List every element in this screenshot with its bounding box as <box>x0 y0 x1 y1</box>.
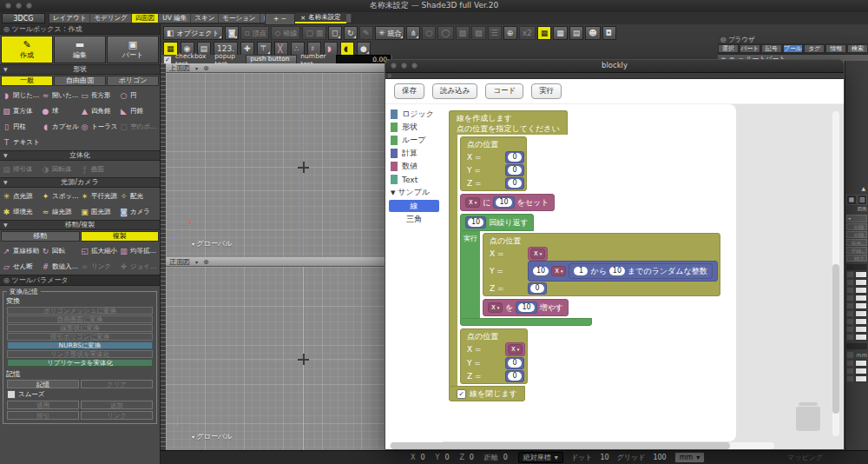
blockly-category[interactable]: ループ <box>385 134 443 147</box>
tool-button[interactable]: ▲ 四角錐 <box>80 103 119 118</box>
strip-field-row[interactable] <box>846 271 867 278</box>
smooth-button[interactable]: 追加 <box>81 401 153 409</box>
strip-field-row[interactable] <box>846 326 867 333</box>
blockly-category[interactable]: ロジック <box>385 108 443 121</box>
close-window-icon[interactable] <box>391 63 397 69</box>
ring-tool-button[interactable]: ◯ <box>437 26 453 40</box>
collapse-icon[interactable]: ▼ <box>3 65 8 74</box>
number-block[interactable]: 10 <box>516 302 536 314</box>
number-block[interactable]: 0 <box>528 282 547 295</box>
variable-block[interactable]: x▾ <box>505 342 525 356</box>
toolbox-header[interactable]: ◎ ツールボックス : 作成 <box>0 24 160 35</box>
convert-button[interactable]: リンク形状を実体化 <box>7 350 153 358</box>
tool-button[interactable]: T テキスト <box>2 135 41 149</box>
block-increment-variable[interactable]: x▾ を 10 増やす <box>483 299 569 316</box>
mode-button[interactable]: ▣ パート <box>107 36 159 63</box>
vertical-scrollbar[interactable] <box>832 111 839 436</box>
tool-button[interactable]: ▭ 長方形 <box>80 88 119 103</box>
strip-field-row[interactable] <box>846 318 867 325</box>
blockly-title-bar[interactable]: blockly <box>385 60 844 73</box>
browser-tab[interactable]: 情報 <box>825 44 846 53</box>
memory-button[interactable]: クリア <box>81 380 153 388</box>
blob-button[interactable]: ◖ <box>340 42 354 56</box>
palette-tab-icon[interactable]: ▦ <box>846 195 857 205</box>
number-block[interactable]: 0 <box>505 151 524 163</box>
dot-value[interactable]: 10 <box>600 454 608 461</box>
vertex-mode-button[interactable]: ▫ 頂点 <box>240 26 269 40</box>
sample-item[interactable]: 線 <box>389 200 439 212</box>
variable-dropdown[interactable]: x▾ <box>465 197 480 208</box>
move-copy-tab[interactable]: 複製 <box>81 231 160 242</box>
section-shape[interactable]: ▼ 形状 <box>0 64 160 75</box>
tool-button[interactable]: ✱ 環境光 <box>2 204 41 219</box>
sphere-button[interactable]: ● <box>357 42 371 56</box>
layout-tab[interactable]: モデリング <box>90 14 131 23</box>
tool-button[interactable]: ƒ 曲面 <box>80 162 119 176</box>
mode-button[interactable]: ✎ 作成 <box>1 36 53 63</box>
head-button[interactable]: ☻ <box>585 26 600 40</box>
block-create-line[interactable]: 線を作成します 点の位置を指定してください 点の位置 X = 0 Y = 0 <box>449 110 736 401</box>
window-controls[interactable] <box>5 3 32 9</box>
marquee-select-button[interactable]: ◻ <box>328 26 342 40</box>
browser-tab[interactable]: タグ <box>804 44 825 53</box>
cut-button[interactable]: ╳ <box>274 42 288 56</box>
strip-field-row[interactable] <box>846 360 867 367</box>
blockly-toolbar-button[interactable]: 保存 <box>394 83 424 99</box>
shape-subtab[interactable]: 自由曲面 <box>54 76 106 86</box>
smooth-checkbox-row[interactable]: スムーズ <box>7 390 153 399</box>
tool-button[interactable]: ▤ 掃引体 <box>2 162 41 176</box>
convert-button[interactable]: リプリケータを実体化 <box>7 359 153 367</box>
blockly-workspace[interactable]: ロジック 形状 ループ 計算 数値 Te <box>385 104 844 450</box>
shape-subtab[interactable]: 一般 <box>1 76 53 86</box>
tool-button[interactable]: ✦ スポッ… <box>41 189 80 203</box>
tool-button[interactable]: ◎ トーラス <box>80 119 119 134</box>
document-tab[interactable]: × 名称未設定 <box>295 13 346 23</box>
camera-button[interactable]: ◙ <box>225 26 240 40</box>
x2-button[interactable]: x2 <box>519 26 536 40</box>
scrollbar-thumb[interactable] <box>391 442 730 449</box>
blockly-toolbar-button[interactable]: 読み込み <box>432 83 477 99</box>
layout-tab[interactable]: UV 編集 <box>159 14 191 23</box>
tab-add-remove[interactable]: + − <box>265 13 295 25</box>
car-button[interactable]: ◘ <box>602 26 616 40</box>
close-line-checkbox[interactable]: ✓ <box>457 389 466 399</box>
strip-field-row[interactable] <box>846 279 867 286</box>
tool-button[interactable]: ◖ カプセル <box>41 119 80 134</box>
browser-tab[interactable]: 検索 <box>847 44 868 53</box>
chevron-down-icon[interactable]: ▾ <box>195 65 198 71</box>
browser-tab[interactable]: プール <box>783 44 804 53</box>
browser-tab[interactable]: 選択 <box>718 44 739 53</box>
list-button[interactable]: ☰ <box>488 26 502 40</box>
variable-dropdown[interactable]: x▾ <box>488 302 503 313</box>
close-icon[interactable]: × <box>300 14 306 22</box>
blockly-category[interactable]: Text <box>385 173 443 186</box>
block-point-position[interactable]: 点の位置 X = x▾ Y = 10 <box>483 233 720 296</box>
move-copy-tab[interactable]: 移動 <box>1 231 80 242</box>
unit-dropdown[interactable]: mm ▾ <box>674 452 706 463</box>
coord-mode-dropdown[interactable]: 絶対座標 ▾ <box>518 452 563 463</box>
edge-mode-button[interactable]: ◇ 稜線 <box>271 26 300 40</box>
minimize-window-icon[interactable] <box>16 3 22 9</box>
layout-tab[interactable]: 四面図 <box>132 14 160 23</box>
blockly-category[interactable]: 数値 <box>385 160 443 173</box>
horizontal-scrollbar[interactable] <box>389 442 774 449</box>
global-coords-label[interactable]: ▾ グローバル <box>192 432 232 441</box>
strip-field-row[interactable] <box>846 375 867 382</box>
tool-button[interactable]: ◱ 拡大縮小 <box>80 243 119 258</box>
block-expression[interactable]: 10 x▾ 1 から 10 <box>528 261 718 282</box>
convert-button[interactable]: ポリゴンメッシュに変換 <box>7 307 153 315</box>
strip-button[interactable]: 削除 <box>846 223 867 230</box>
block-point-position[interactable]: 点の位置 X = x▾ Y = 0 Z = 0 <box>460 328 528 384</box>
convert-button[interactable]: 掃引ポリゴンに変換 <box>7 333 153 341</box>
tool-button[interactable]: ▢ 空のポ… <box>119 119 158 134</box>
tool-button[interactable]: ✶ 平行光源 <box>80 189 119 203</box>
smooth-button[interactable]: 掃引 <box>7 411 79 420</box>
tool-button[interactable]: ✳ 点光源 <box>2 189 41 203</box>
table-button[interactable]: ▤ <box>569 26 584 40</box>
tool-button[interactable]: ✚ ジョイ… <box>119 259 158 274</box>
strip-field-row[interactable] <box>846 310 867 317</box>
scrollbar-thumb[interactable] <box>832 264 839 414</box>
section-solid[interactable]: ▼ 立体化 <box>0 150 160 161</box>
globe-button[interactable]: ⊕ <box>503 26 517 40</box>
variable-block[interactable]: x▾ <box>528 247 548 261</box>
